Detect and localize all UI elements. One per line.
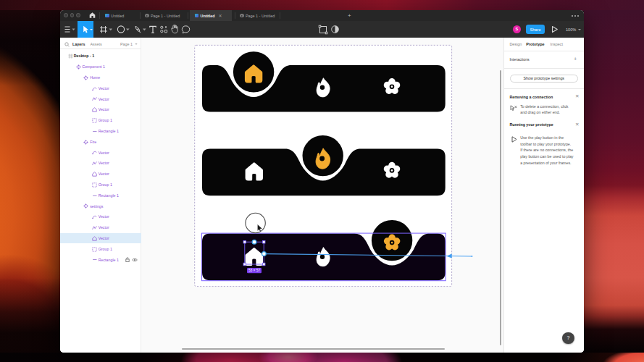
svg-text:53 × 57: 53 × 57 bbox=[248, 269, 260, 272]
